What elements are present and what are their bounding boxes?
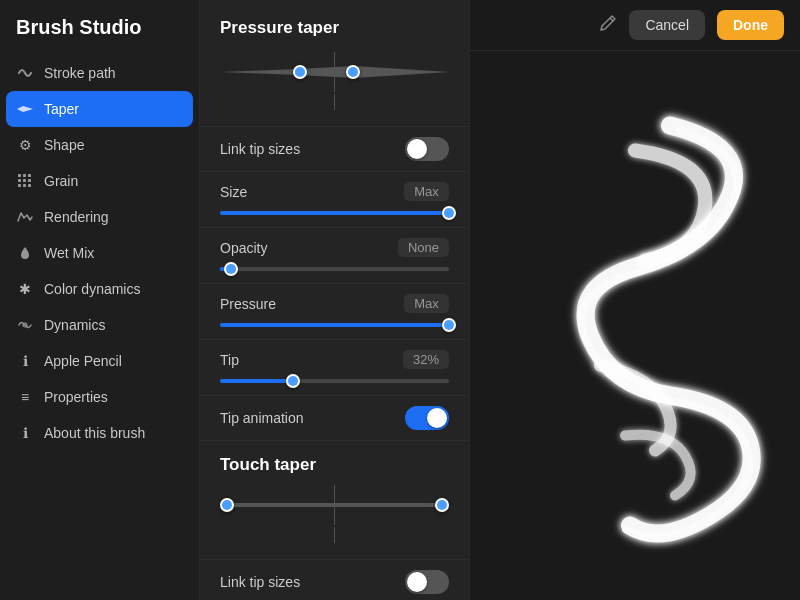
pressure-row: Pressure Max xyxy=(200,283,469,323)
tip-slider-handle[interactable] xyxy=(286,374,300,388)
sidebar-item-rendering[interactable]: Rendering xyxy=(0,199,199,235)
svg-rect-2 xyxy=(28,174,31,177)
rendering-icon xyxy=(16,208,34,226)
pressure-taper-handle-2[interactable] xyxy=(346,65,360,79)
link-tip-sizes-label: Link tip sizes xyxy=(220,141,300,157)
size-slider-row[interactable] xyxy=(200,211,469,227)
grain-icon xyxy=(16,172,34,190)
canvas-toolbar: Cancel Done xyxy=(470,0,800,51)
cancel-button[interactable]: Cancel xyxy=(629,10,705,40)
pressure-slider-row[interactable] xyxy=(200,323,469,339)
brush-stroke-preview xyxy=(470,51,800,600)
apple-pencil-icon: ℹ xyxy=(16,352,34,370)
touch-taper-slider-area[interactable] xyxy=(200,485,469,559)
touch-taper-handle-1[interactable] xyxy=(220,498,234,512)
tip-animation-toggle[interactable] xyxy=(405,406,449,430)
tip-slider-track xyxy=(220,379,449,383)
sidebar-item-color-dynamics[interactable]: ✱ Color dynamics xyxy=(0,271,199,307)
pressure-slider-track xyxy=(220,323,449,327)
sidebar-item-label: Color dynamics xyxy=(44,281,140,297)
svg-rect-8 xyxy=(28,184,31,187)
pressure-label: Pressure xyxy=(220,296,276,312)
tip-animation-row: Tip animation xyxy=(200,395,469,440)
settings-panel: Pressure taper Link tip sizes Size Max xyxy=(200,0,470,600)
sidebar-item-label: Grain xyxy=(44,173,78,189)
size-slider-handle[interactable] xyxy=(442,206,456,220)
wet-mix-icon xyxy=(16,244,34,262)
pressure-value: Max xyxy=(404,294,449,313)
tip-slider-row[interactable] xyxy=(200,379,469,395)
pressure-taper-title: Pressure taper xyxy=(200,0,469,52)
sidebar-item-about[interactable]: ℹ About this brush xyxy=(0,415,199,451)
done-button[interactable]: Done xyxy=(717,10,784,40)
canvas-content[interactable] xyxy=(470,51,800,600)
size-label: Size xyxy=(220,184,247,200)
sidebar: Brush Studio Stroke path Taper ⚙ Shape xyxy=(0,0,200,600)
app-title: Brush Studio xyxy=(0,16,199,55)
tip-slider-fill xyxy=(220,379,293,383)
link-tip-sizes-row: Link tip sizes xyxy=(200,126,469,171)
sidebar-item-dynamics[interactable]: Dynamics xyxy=(0,307,199,343)
opacity-row: Opacity None xyxy=(200,227,469,267)
sidebar-item-grain[interactable]: Grain xyxy=(0,163,199,199)
sidebar-item-label: Properties xyxy=(44,389,108,405)
taper-icon xyxy=(16,100,34,118)
pressure-taper-slider-area[interactable] xyxy=(200,52,469,126)
sidebar-item-properties[interactable]: ≡ Properties xyxy=(0,379,199,415)
taper-center-line xyxy=(334,94,335,110)
toggle-knob xyxy=(407,139,427,159)
sidebar-item-label: Dynamics xyxy=(44,317,105,333)
pressure-taper-handle-1[interactable] xyxy=(293,65,307,79)
svg-rect-4 xyxy=(23,179,26,182)
toggle-knob-3 xyxy=(407,572,427,592)
tip-animation-label: Tip animation xyxy=(220,410,304,426)
edit-icon[interactable] xyxy=(599,14,617,36)
pressure-slider-handle[interactable] xyxy=(442,318,456,332)
touch-taper-handle-2[interactable] xyxy=(435,498,449,512)
touch-link-tip-sizes-label: Link tip sizes xyxy=(220,574,300,590)
sidebar-item-stroke-path[interactable]: Stroke path xyxy=(0,55,199,91)
dynamics-icon xyxy=(16,316,34,334)
touch-taper-title: Touch taper xyxy=(200,440,469,485)
sidebar-item-wet-mix[interactable]: Wet Mix xyxy=(0,235,199,271)
sidebar-item-label: Rendering xyxy=(44,209,109,225)
touch-taper-shape-svg xyxy=(220,485,449,525)
opacity-slider-handle[interactable] xyxy=(224,262,238,276)
opacity-slider-track xyxy=(220,267,449,271)
opacity-value: None xyxy=(398,238,449,257)
size-row: Size Max xyxy=(200,171,469,211)
tip-row: Tip 32% xyxy=(200,339,469,379)
sidebar-item-taper[interactable]: Taper xyxy=(6,91,193,127)
pressure-taper-visual xyxy=(220,52,449,92)
svg-rect-0 xyxy=(18,174,21,177)
svg-rect-5 xyxy=(28,179,31,182)
tip-value: 32% xyxy=(403,350,449,369)
touch-link-tip-sizes-toggle[interactable] xyxy=(405,570,449,594)
pressure-slider-fill xyxy=(220,323,449,327)
size-slider-track xyxy=(220,211,449,215)
size-value: Max xyxy=(404,182,449,201)
sidebar-item-label: Apple Pencil xyxy=(44,353,122,369)
opacity-slider-row[interactable] xyxy=(200,267,469,283)
shape-icon: ⚙ xyxy=(16,136,34,154)
sidebar-item-label: Stroke path xyxy=(44,65,116,81)
touch-taper-visual xyxy=(220,485,449,525)
link-tip-sizes-toggle[interactable] xyxy=(405,137,449,161)
sidebar-item-shape[interactable]: ⚙ Shape xyxy=(0,127,199,163)
svg-rect-3 xyxy=(18,179,21,182)
svg-rect-6 xyxy=(18,184,21,187)
size-slider-fill xyxy=(220,211,449,215)
touch-taper-center-line xyxy=(334,527,335,543)
color-dynamics-icon: ✱ xyxy=(16,280,34,298)
opacity-label: Opacity xyxy=(220,240,267,256)
svg-rect-1 xyxy=(23,174,26,177)
sidebar-item-label: Wet Mix xyxy=(44,245,94,261)
touch-link-tip-sizes-row: Link tip sizes xyxy=(200,559,469,600)
sidebar-item-label: About this brush xyxy=(44,425,145,441)
sidebar-item-label: Taper xyxy=(44,101,79,117)
taper-shape-svg xyxy=(220,52,449,92)
sidebar-item-label: Shape xyxy=(44,137,84,153)
stroke-path-icon xyxy=(16,64,34,82)
properties-icon: ≡ xyxy=(16,388,34,406)
sidebar-item-apple-pencil[interactable]: ℹ Apple Pencil xyxy=(0,343,199,379)
